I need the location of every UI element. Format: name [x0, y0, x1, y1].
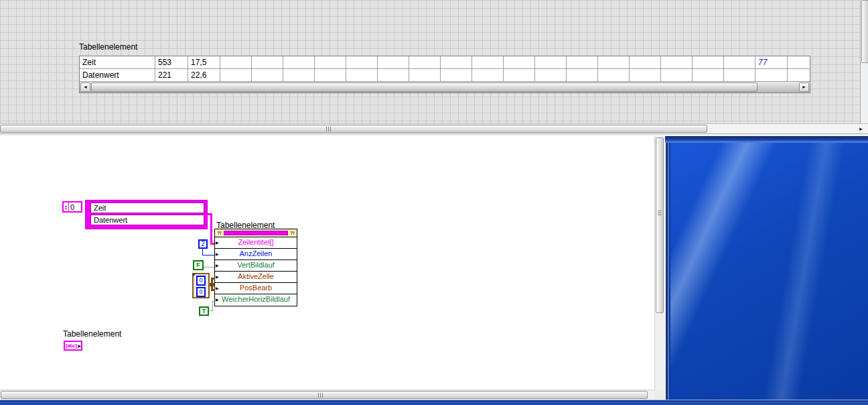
table-cell[interactable] [472, 69, 504, 81]
table-cell[interactable] [567, 56, 598, 68]
cluster-constant[interactable]: 00 [192, 273, 210, 298]
front-panel-hscroll-thumb[interactable] [0, 125, 707, 133]
scrollbar-grip-icon [658, 209, 662, 215]
property-row-zeilentitel[interactable]: ▶Zeilentitel[] [215, 237, 297, 249]
string-table-glyph: [abc] [65, 343, 77, 349]
block-diagram-vscrollbar[interactable] [654, 136, 665, 390]
table-cell[interactable] [788, 69, 810, 81]
wire-num-rows[interactable] [202, 255, 214, 255]
table-cell[interactable] [472, 56, 504, 68]
table-cell[interactable] [378, 69, 409, 81]
block-diagram-hscrollbar[interactable] [0, 390, 654, 400]
front-panel-hscroll-right-button[interactable]: ► [856, 125, 866, 133]
table-scroll-right-button[interactable]: ► [799, 82, 809, 92]
table-scroll-left-button[interactable]: ◄ [80, 82, 90, 92]
table-cell[interactable] [220, 69, 252, 81]
table-label: Tabellenelement [79, 42, 137, 52]
table-cell[interactable] [504, 69, 535, 81]
table-cell[interactable] [346, 69, 378, 81]
table-cell[interactable] [693, 69, 724, 81]
table-cell[interactable] [598, 69, 630, 81]
table-cell[interactable] [567, 69, 598, 81]
front-panel-canvas[interactable]: Tabellenelement Zeit55317,577Datenwert22… [0, 0, 860, 123]
wire-vert-scroll[interactable] [204, 267, 214, 268]
string-array-constant[interactable]: ZeitDatenwert [85, 200, 208, 229]
property-row-weicherhorizbildlauf[interactable]: ▶WeicherHorizBildlauf [215, 294, 297, 306]
table-cell[interactable] [409, 56, 441, 68]
table-cell[interactable] [315, 56, 346, 68]
numeric-constant-rows[interactable]: 2 [198, 239, 208, 249]
property-name: VertBildlauf [237, 261, 275, 269]
table-cell[interactable] [535, 56, 567, 68]
table-terminal[interactable]: [abc] ▶ [64, 341, 82, 351]
wire-cluster[interactable] [211, 289, 215, 291]
cluster-numeric-constant[interactable]: 0 [196, 287, 206, 297]
table-cell[interactable] [441, 56, 472, 68]
table-cell[interactable]: 77 [755, 56, 788, 68]
labview-screen: Tabellenelement Zeit55317,577Datenwert22… [0, 0, 868, 405]
table-cell[interactable] [378, 56, 409, 68]
table-cell[interactable] [283, 69, 315, 81]
property-row-posbearb[interactable]: ▶PosBearb [215, 283, 297, 294]
wire-cluster[interactable] [211, 278, 215, 280]
block-diagram-window: ▲▼ 0 ZeitDatenwert Tabellenelement ?! ?!… [0, 136, 665, 400]
table-cell[interactable] [598, 56, 630, 68]
row-header-cell[interactable]: Datenwert [80, 69, 155, 81]
property-node[interactable]: ?! ?! ▶Zeilentitel[]▶AnzZeilen▶VertBildl… [214, 229, 297, 306]
table-cell[interactable] [724, 69, 755, 81]
table-cell[interactable] [630, 56, 661, 68]
wire-string-array[interactable] [210, 213, 212, 244]
table-cell[interactable]: 22,6 [188, 69, 220, 81]
table-cell[interactable] [693, 56, 724, 68]
table-cell[interactable]: 221 [155, 69, 188, 81]
array-index-value[interactable]: 0 [69, 202, 74, 211]
table-cell[interactable] [346, 56, 378, 68]
front-panel-hscrollbar[interactable]: ► [0, 123, 868, 133]
property-node-reference-header[interactable]: ?! ?! [215, 229, 297, 237]
table-cell[interactable] [535, 69, 567, 81]
wire-smooth-scroll[interactable] [212, 301, 215, 302]
property-row-vertbildlauf[interactable]: ▶VertBildlauf [215, 260, 297, 272]
table-cell[interactable]: 17,5 [188, 56, 220, 68]
block-diagram-hscroll-thumb[interactable] [1, 391, 648, 399]
table-cell[interactable] [441, 69, 472, 81]
table-cell[interactable] [724, 56, 755, 68]
table-cell[interactable] [315, 69, 346, 81]
property-name: WeicherHorizBildlauf [222, 295, 290, 303]
block-diagram-canvas[interactable]: ▲▼ 0 ZeitDatenwert Tabellenelement ?! ?!… [0, 136, 654, 390]
table-cell[interactable] [661, 56, 693, 68]
array-string-element[interactable]: Zeit [90, 202, 204, 213]
property-row-anzzeilen[interactable]: ▶AnzZeilen [215, 249, 297, 260]
table-cell[interactable] [409, 69, 441, 81]
table-cell[interactable] [755, 69, 788, 81]
table-grid: Zeit55317,577Datenwert22122,6 [80, 56, 810, 82]
table-scroll-track[interactable] [91, 82, 798, 92]
row-header-cell[interactable]: Zeit [80, 56, 155, 68]
table-cell[interactable] [252, 56, 283, 68]
cluster-numeric-constant[interactable]: 0 [196, 276, 206, 286]
boolean-constant-true[interactable]: T [199, 306, 209, 316]
table-cell[interactable] [220, 56, 252, 68]
block-diagram-vscroll-thumb[interactable] [656, 137, 664, 313]
property-row-aktivezelle[interactable]: ▶AktiveZelle [215, 272, 297, 283]
table-scroll-thumb[interactable] [91, 82, 757, 92]
table-cell[interactable] [661, 69, 693, 81]
array-string-element[interactable]: Datenwert [90, 215, 204, 225]
array-index-increment-icon[interactable]: ▲▼ [64, 202, 69, 211]
array-index-box[interactable]: ▲▼ 0 [62, 201, 82, 213]
front-panel-vscrollbar[interactable] [860, 0, 868, 123]
wire-smooth-scroll[interactable] [212, 301, 213, 311]
table-cell[interactable] [788, 56, 810, 68]
scrollbar-corner [654, 390, 665, 400]
table-cell[interactable] [630, 69, 661, 81]
table-cell[interactable] [283, 56, 315, 68]
table-cell[interactable] [504, 56, 535, 68]
table-cell[interactable]: 553 [155, 56, 188, 68]
reference-marker: ?! [288, 230, 297, 237]
reference-wire-bar [224, 231, 288, 235]
table-cell[interactable] [252, 69, 283, 81]
table-control: Zeit55317,577Datenwert22122,6 ◄ ► [79, 56, 810, 93]
front-panel-vscroll-thumb[interactable] [861, 0, 868, 63]
table-hscrollbar[interactable]: ◄ ► [80, 82, 810, 93]
boolean-constant-false[interactable]: F [193, 260, 204, 270]
